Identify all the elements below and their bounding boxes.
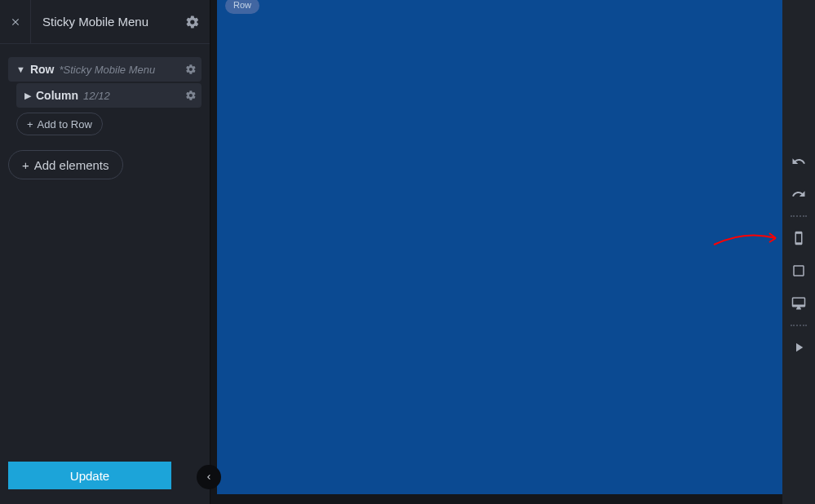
tablet-icon <box>791 263 806 278</box>
desktop-view-button[interactable] <box>782 287 815 320</box>
preview-canvas[interactable]: Row <box>217 0 782 494</box>
play-icon <box>791 340 806 355</box>
add-to-row-button[interactable]: + Add to Row <box>16 113 103 135</box>
tablet-view-button[interactable] <box>782 254 815 287</box>
close-button[interactable] <box>0 0 31 44</box>
plus-icon: + <box>22 158 29 172</box>
settings-button[interactable] <box>175 15 210 29</box>
row-badge: Row <box>225 0 259 14</box>
canvas-area: Row <box>210 0 782 504</box>
tree-column-label: Column <box>36 89 78 102</box>
redo-button[interactable] <box>782 178 815 210</box>
gear-icon <box>185 15 200 29</box>
plus-icon: + <box>27 118 33 130</box>
gear-icon <box>185 64 197 75</box>
row-settings-button[interactable] <box>185 64 197 75</box>
update-button[interactable]: Update <box>8 462 171 489</box>
chevron-left-icon <box>204 472 214 482</box>
tree-column-meta: 12/12 <box>83 90 110 102</box>
tree-column[interactable]: ▶ Column 12/12 <box>16 83 202 108</box>
sidebar: Sticky Mobile Menu ▼ Row *Sticky Mobile … <box>0 0 210 504</box>
close-icon <box>10 16 21 28</box>
column-settings-button[interactable] <box>185 90 197 101</box>
undo-icon <box>791 154 806 169</box>
page-title: Sticky Mobile Menu <box>31 15 175 29</box>
tree-row-meta: *Sticky Mobile Menu <box>59 64 155 76</box>
sidebar-header: Sticky Mobile Menu <box>0 0 210 44</box>
update-label: Update <box>70 469 109 483</box>
add-to-row-label: Add to Row <box>38 118 92 130</box>
tree-row[interactable]: ▼ Row *Sticky Mobile Menu <box>8 57 202 82</box>
mobile-view-button[interactable] <box>782 222 815 254</box>
add-elements-button[interactable]: + Add elements <box>8 150 123 179</box>
sidebar-footer: Update <box>0 462 210 504</box>
element-tree: ▼ Row *Sticky Mobile Menu ▶ Column 12/12… <box>0 44 210 462</box>
app-root: Sticky Mobile Menu ▼ Row *Sticky Mobile … <box>0 0 815 504</box>
redo-icon <box>791 187 806 201</box>
mobile-icon <box>791 231 806 245</box>
toolbar-divider <box>791 325 807 326</box>
toolbar-divider <box>791 215 807 217</box>
undo-button[interactable] <box>782 145 815 178</box>
gear-icon <box>185 90 197 101</box>
caret-right-icon: ▶ <box>24 91 31 101</box>
play-button[interactable] <box>782 331 815 364</box>
desktop-icon <box>791 296 806 311</box>
right-toolbar <box>782 0 815 504</box>
caret-down-icon: ▼ <box>16 64 25 74</box>
tree-row-label: Row <box>30 63 55 76</box>
add-elements-label: Add elements <box>34 158 109 172</box>
collapse-sidebar-button[interactable] <box>197 465 221 489</box>
